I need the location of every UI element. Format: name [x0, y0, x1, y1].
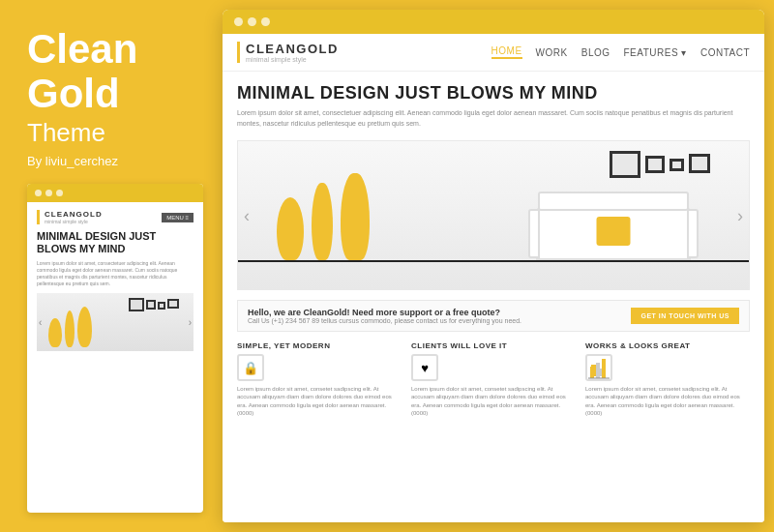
- browser-window: CLEANGOLD minimal simple style HOME WORK…: [223, 10, 764, 522]
- feature-clients-title: CLIENTS WILL LOVE IT: [411, 341, 576, 350]
- mini-vase-1: [48, 318, 62, 347]
- sofa-arm-right: [687, 209, 699, 258]
- nav-link-work[interactable]: WORK: [536, 47, 568, 58]
- slider-prev-arrow[interactable]: ‹: [244, 205, 250, 225]
- wall-frame-1: [610, 151, 640, 178]
- mini-frame-4: [167, 299, 179, 309]
- feature-clients: CLIENTS WILL LOVE IT ♥ Lorem ipsum dolor…: [411, 341, 576, 418]
- cta-bar: Hello, we are CleanGold! Need more suppo…: [237, 300, 750, 332]
- nav-link-home[interactable]: HOME: [491, 45, 522, 59]
- theme-title-line2: Gold: [27, 74, 203, 114]
- slider-sofa: [536, 207, 691, 260]
- svg-rect-2: [602, 359, 606, 378]
- nav-link-features[interactable]: FEATURES ▾: [624, 47, 687, 58]
- slider-next-arrow[interactable]: ›: [737, 205, 743, 225]
- feature-simple: SIMPLE, YET MODERN 🔒 Lorem ipsum dolor s…: [237, 341, 402, 418]
- mini-frame-2: [146, 300, 156, 310]
- mini-frames: [129, 298, 179, 311]
- mini-content: CLEANGOLD minimal simple style MENU ≡ MI…: [27, 202, 203, 513]
- browser-topbar: [223, 10, 764, 34]
- mini-image-bg: [37, 293, 194, 351]
- mini-prev-arrow[interactable]: ‹: [39, 317, 42, 328]
- browser-dot-2: [248, 17, 256, 26]
- browser-content: CLEANGOLD minimal simple style HOME WORK…: [223, 34, 764, 522]
- feature-works-icon: [585, 354, 612, 381]
- mini-topbar: [27, 184, 203, 202]
- mini-frame-1: [129, 298, 144, 311]
- site-description: Lorem ipsum dolor sit amet, consectetuer…: [237, 108, 750, 129]
- mini-next-arrow[interactable]: ›: [189, 317, 192, 328]
- mini-logo: CLEANGOLD: [45, 210, 103, 219]
- site-logo: CLEANGOLD minimal simple style: [237, 42, 339, 63]
- mini-vase-3: [77, 307, 92, 347]
- svg-rect-1: [596, 363, 600, 378]
- cta-sub-text: Call Us (+1) 234 567 89 tellus cursus co…: [248, 317, 521, 324]
- feature-simple-text: Lorem ipsum dolor sit amet, consetet sad…: [237, 385, 402, 418]
- wall-frame-3: [670, 159, 684, 171]
- slider-vases: [277, 173, 370, 260]
- mini-tagline: minimal simple style: [45, 219, 103, 224]
- sofa-arm-left: [528, 209, 540, 258]
- site-hero-text: MINIMAL DESIGN JUST BLOWS MY MIND Lorem …: [223, 72, 764, 134]
- feature-clients-icon: ♥: [411, 354, 438, 381]
- mini-frame-3: [158, 302, 165, 310]
- mini-vase-2: [65, 310, 74, 347]
- feature-simple-title: SIMPLE, YET MODERN: [237, 341, 402, 350]
- theme-author: By liviu_cerchez: [27, 154, 203, 168]
- slider-floor: [238, 260, 749, 262]
- svg-rect-0: [590, 367, 594, 378]
- sofa-pillow: [597, 217, 631, 246]
- slider-frames: [610, 151, 710, 178]
- mini-paragraph: Lorem ipsum dolor sit amet, consectetuer…: [37, 260, 194, 287]
- wall-frame-4: [689, 154, 710, 173]
- site-nav-links: HOME WORK BLOG FEATURES ▾ CONTACT: [491, 45, 750, 59]
- browser-dot-3: [261, 17, 270, 26]
- theme-subtitle: Theme: [27, 118, 203, 148]
- theme-title-line1: Clean: [27, 29, 203, 70]
- slider-vase-3: [341, 173, 370, 260]
- mini-logo-wrap: CLEANGOLD minimal simple style: [45, 210, 103, 224]
- wall-frame-2: [645, 156, 665, 173]
- sofa-body: [536, 207, 691, 260]
- mini-dot-3: [56, 190, 63, 196]
- feature-simple-icon: 🔒: [237, 354, 264, 381]
- site-logo-name: CLEANGOLD: [246, 42, 339, 56]
- feature-clients-text: Lorem ipsum dolor sit amet, consetet sad…: [411, 385, 576, 418]
- cta-main-text: Hello, we are CleanGold! Need more suppo…: [248, 308, 521, 317]
- site-features: SIMPLE, YET MODERN 🔒 Lorem ipsum dolor s…: [223, 336, 764, 424]
- feature-works-text: Lorem ipsum dolor sit amet, consetet sad…: [585, 385, 750, 418]
- nav-link-contact[interactable]: CONTACT: [700, 47, 750, 58]
- browser-dot-1: [234, 17, 243, 26]
- cta-button[interactable]: GET IN TOUCH WITH US: [631, 308, 739, 324]
- right-panel: CLEANGOLD minimal simple style HOME WORK…: [223, 0, 774, 532]
- mini-header: CLEANGOLD minimal simple style MENU ≡: [37, 210, 194, 224]
- feature-works: WORKS & LOOKS GREAT Lorem ipsum dolor si…: [585, 341, 750, 418]
- nav-link-blog[interactable]: BLOG: [581, 47, 610, 58]
- left-panel: Clean Gold Theme By liviu_cerchez CLEANG…: [0, 0, 223, 532]
- sofa-back: [538, 192, 689, 211]
- site-nav: CLEANGOLD minimal simple style HOME WORK…: [223, 34, 764, 72]
- feature-works-title: WORKS & LOOKS GREAT: [585, 341, 750, 350]
- cta-text-wrap: Hello, we are CleanGold! Need more suppo…: [248, 308, 521, 324]
- slider-vase-2: [312, 183, 333, 260]
- slider-vase-1: [277, 197, 304, 260]
- mini-preview: CLEANGOLD minimal simple style MENU ≡ MI…: [27, 184, 203, 513]
- mini-dot-1: [35, 190, 42, 196]
- site-headline: MINIMAL DESIGN JUST BLOWS MY MIND: [237, 83, 750, 103]
- mini-dot-2: [45, 190, 52, 196]
- site-slider: ‹ ›: [237, 140, 750, 290]
- site-logo-tagline: minimal simple style: [246, 56, 339, 63]
- mini-image-area: ‹ ›: [37, 293, 194, 351]
- mini-headline: MINIMAL DESIGN JUST BLOWS MY MIND: [37, 230, 194, 255]
- mini-menu-button[interactable]: MENU ≡: [162, 213, 194, 222]
